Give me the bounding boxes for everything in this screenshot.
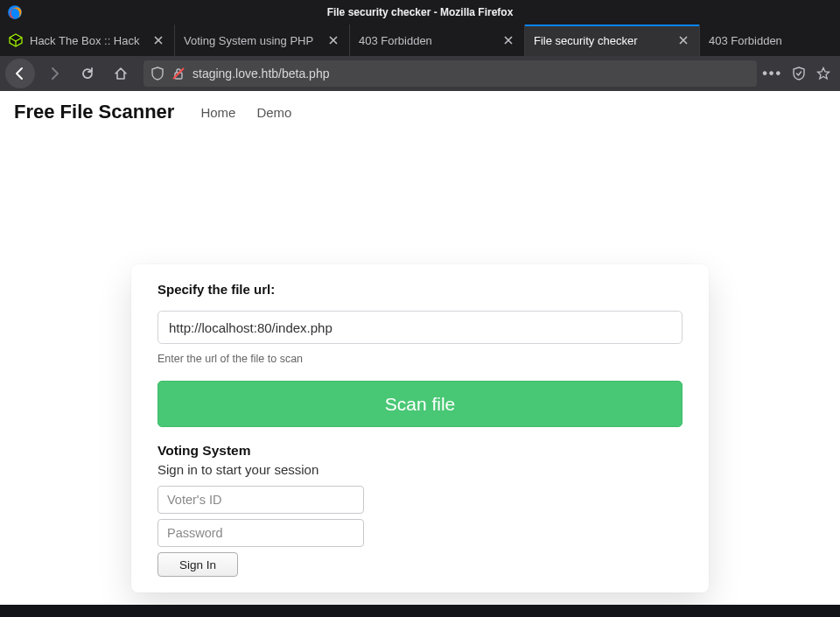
tab-label: 403 Forbidden	[359, 34, 494, 47]
tab-403-forbidden-1[interactable]: 403 Forbidden	[350, 25, 525, 56]
site-brand: Free File Scanner	[14, 101, 174, 123]
address-bar[interactable]: staging.love.htb/beta.php	[144, 60, 757, 87]
site-navbar: Free File Scanner Home Demo	[0, 91, 840, 133]
close-icon[interactable]	[676, 33, 690, 47]
back-button[interactable]	[5, 59, 35, 88]
bookmark-star-icon[interactable]	[816, 66, 831, 81]
home-button[interactable]	[107, 60, 135, 88]
sign-in-button[interactable]: Sign In	[158, 552, 238, 577]
tab-label: Hack The Box :: Hack	[30, 34, 144, 47]
nav-home-link[interactable]: Home	[200, 105, 235, 120]
input-hint: Enter the url of the file to scan	[158, 353, 682, 365]
password-input[interactable]	[158, 519, 364, 547]
close-icon[interactable]	[326, 33, 340, 47]
page-actions-icon[interactable]: •••	[762, 66, 782, 81]
navigation-toolbar: staging.love.htb/beta.php •••	[0, 56, 840, 91]
scanner-card: Specify the file url: Enter the url of t…	[131, 264, 709, 592]
url-text: staging.love.htb/beta.php	[192, 67, 750, 81]
window-title: File security checker - Mozilla Firefox	[0, 6, 840, 18]
scan-file-button[interactable]: Scan file	[158, 381, 682, 427]
result-subtitle: Sign in to start your session	[158, 462, 682, 477]
tab-file-security-checker[interactable]: File security checker	[525, 25, 700, 56]
nav-demo-link[interactable]: Demo	[256, 105, 291, 120]
tab-voting-system[interactable]: Voting System using PHP	[175, 25, 350, 56]
insecure-connection-icon[interactable]	[172, 67, 186, 81]
forward-button[interactable]	[40, 60, 68, 88]
reader-view-icon[interactable]	[791, 66, 807, 81]
form-prompt: Specify the file url:	[158, 282, 682, 297]
page-viewport: Free File Scanner Home Demo Specify the …	[0, 91, 840, 605]
close-icon[interactable]	[151, 33, 165, 47]
tracking-protection-icon[interactable]	[150, 67, 164, 81]
voter-id-input[interactable]	[158, 486, 364, 514]
result-title: Voting System	[158, 443, 682, 459]
tab-403-forbidden-2[interactable]: 403 Forbidden	[700, 25, 831, 56]
tab-label: Voting System using PHP	[184, 34, 319, 47]
window-title-bar: File security checker - Mozilla Firefox	[0, 0, 840, 25]
file-url-input[interactable]	[158, 311, 682, 344]
reload-button[interactable]	[74, 60, 102, 88]
cube-icon	[9, 33, 23, 47]
tab-hackthebox[interactable]: Hack The Box :: Hack	[0, 25, 175, 56]
bottom-chrome-strip	[0, 605, 840, 617]
close-icon[interactable]	[501, 33, 515, 47]
tab-bar: Hack The Box :: Hack Voting System using…	[0, 25, 840, 56]
tab-label: 403 Forbidden	[709, 34, 822, 47]
tab-label: File security checker	[534, 34, 669, 47]
